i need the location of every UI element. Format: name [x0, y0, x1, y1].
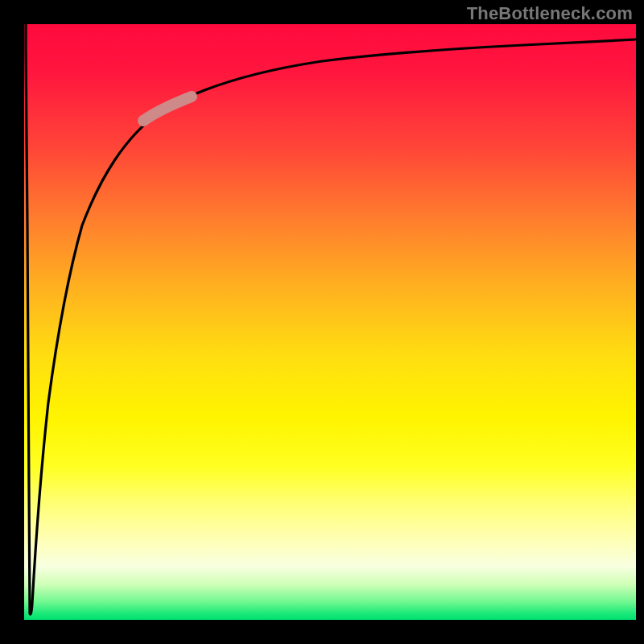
- bottleneck-curve: [26, 24, 636, 614]
- chart-stage: TheBottleneck.com: [0, 0, 644, 644]
- watermark-text: TheBottleneck.com: [467, 3, 633, 24]
- plot-area: [24, 24, 636, 620]
- highlight-segment: [143, 97, 192, 121]
- curve-layer: [24, 24, 636, 620]
